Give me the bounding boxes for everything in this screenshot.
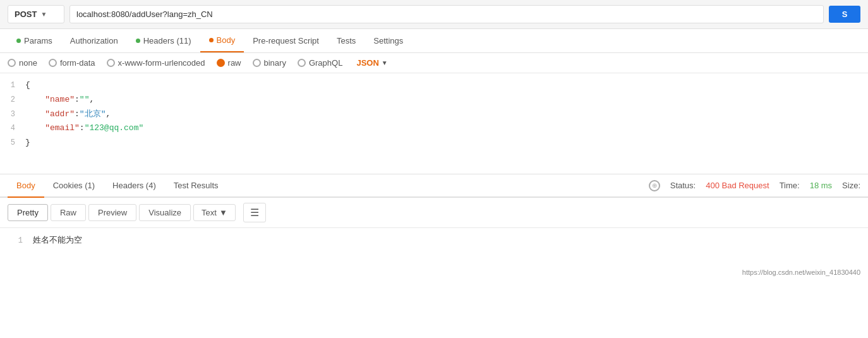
body-option-label-graphql: GraphQL — [309, 58, 342, 68]
time-label: Time: — [780, 181, 800, 190]
json-label: JSON — [356, 58, 378, 68]
radio-binary — [253, 59, 261, 67]
response-content: 姓名不能为空 — [33, 234, 82, 248]
tab-pre-request[interactable]: Pre-request Script — [244, 30, 328, 52]
request-tabs: ParamsAuthorizationHeaders (11)BodyPre-r… — [0, 29, 868, 53]
tab-body[interactable]: Body — [200, 29, 244, 52]
text-format-dropdown[interactable]: Text ▼ — [193, 204, 236, 221]
response-line-number: 1 — [8, 235, 33, 247]
status-label: Status: — [670, 181, 696, 190]
line-number: 2 — [0, 94, 25, 106]
response-tab-headers[interactable]: Headers (4) — [104, 174, 165, 196]
json-dropdown-arrow-icon: ▼ — [382, 59, 388, 66]
radio-raw — [217, 59, 225, 67]
tab-label-settings: Settings — [373, 36, 403, 45]
response-status-bar: ⊕Status: 400 Bad Request Time: 18 ms Siz… — [649, 180, 860, 191]
response-tabs: BodyCookies (1)Headers (4)Test Results⊕S… — [0, 174, 868, 198]
url-bar: POST ▼ S — [0, 0, 868, 29]
line-number: 5 — [0, 137, 25, 149]
tab-label-params: Params — [24, 36, 52, 45]
line-content: "addr":"北京", — [25, 108, 868, 121]
line-content: } — [25, 136, 868, 150]
tab-settings[interactable]: Settings — [365, 30, 412, 52]
tab-dot-params — [16, 39, 21, 43]
response-body: 1 姓名不能为空 — [0, 228, 868, 266]
tab-label-headers: Headers (11) — [143, 36, 191, 45]
body-option-label-raw: raw — [228, 58, 241, 68]
body-option-label-form-data: form-data — [60, 58, 95, 68]
status-value: 400 Bad Request — [706, 181, 769, 190]
tab-label-authorization: Authorization — [70, 36, 118, 45]
body-option-label-none: none — [19, 58, 37, 68]
tab-params[interactable]: Params — [8, 30, 61, 52]
radio-graphql — [298, 59, 306, 67]
line-content: "email":"123@qq.com" — [25, 122, 868, 135]
preview-button[interactable]: Preview — [88, 204, 136, 221]
tab-headers[interactable]: Headers (11) — [127, 30, 200, 52]
body-option-urlencoded[interactable]: x-www-form-urlencoded — [107, 58, 205, 68]
url-input[interactable] — [69, 5, 824, 23]
response-tab-body[interactable]: Body — [8, 174, 44, 198]
tab-tests[interactable]: Tests — [328, 30, 365, 52]
tab-dot-body — [209, 38, 214, 42]
body-option-label-urlencoded: x-www-form-urlencoded — [118, 58, 205, 68]
size-label: Size: — [842, 181, 860, 190]
line-content: "name":"", — [25, 94, 868, 107]
radio-form-data — [49, 59, 57, 67]
code-line: 1{ — [0, 78, 868, 93]
tab-dot-headers — [136, 39, 140, 43]
footer-link[interactable]: https://blog.csdn.net/weixin_41830440 — [742, 269, 860, 276]
line-number: 1 — [0, 80, 25, 92]
body-option-binary[interactable]: binary — [253, 58, 286, 68]
tab-label-body: Body — [217, 35, 236, 45]
body-options: noneform-datax-www-form-urlencodedrawbin… — [0, 53, 868, 73]
raw-button[interactable]: Raw — [51, 204, 86, 221]
method-chevron-icon: ▼ — [40, 11, 47, 18]
radio-none — [8, 59, 16, 67]
tab-authorization[interactable]: Authorization — [61, 30, 127, 52]
radio-urlencoded — [107, 59, 115, 67]
time-value: 18 ms — [810, 181, 832, 190]
response-toolbar: Pretty Raw Preview Visualize Text ▼ ☰ — [0, 198, 868, 228]
response-tab-cookies[interactable]: Cookies (1) — [44, 174, 104, 196]
text-format-label: Text — [202, 208, 217, 217]
footer: https://blog.csdn.net/weixin_41830440 — [0, 266, 868, 279]
response-line-1: 1 姓名不能为空 — [8, 234, 860, 248]
text-format-chevron-icon: ▼ — [219, 208, 227, 217]
body-option-form-data[interactable]: form-data — [49, 58, 95, 68]
visualize-button[interactable]: Visualize — [139, 204, 191, 221]
send-button[interactable]: S — [829, 6, 860, 23]
pretty-button[interactable]: Pretty — [8, 204, 48, 221]
method-selector[interactable]: POST ▼ — [8, 5, 64, 23]
json-format-selector[interactable]: JSON▼ — [356, 58, 387, 68]
wrap-button[interactable]: ☰ — [243, 203, 266, 222]
globe-icon: ⊕ — [649, 180, 660, 191]
line-number: 3 — [0, 109, 25, 121]
tab-label-pre-request: Pre-request Script — [253, 36, 319, 45]
line-content: { — [25, 79, 868, 92]
body-option-label-binary: binary — [264, 58, 286, 68]
method-label: POST — [15, 9, 37, 19]
code-line: 2 "name":"", — [0, 93, 868, 107]
body-option-graphql[interactable]: GraphQL — [298, 58, 342, 68]
line-number: 4 — [0, 123, 25, 135]
body-option-none[interactable]: none — [8, 58, 37, 68]
body-option-raw[interactable]: raw — [217, 58, 241, 68]
code-line: 4 "email":"123@qq.com" — [0, 121, 868, 136]
code-line: 5} — [0, 136, 868, 150]
code-editor[interactable]: 1{2 "name":"",3 "addr":"北京",4 "email":"1… — [0, 73, 868, 174]
response-tab-test-results[interactable]: Test Results — [165, 174, 227, 196]
tab-label-tests: Tests — [337, 36, 356, 45]
code-line: 3 "addr":"北京", — [0, 107, 868, 122]
